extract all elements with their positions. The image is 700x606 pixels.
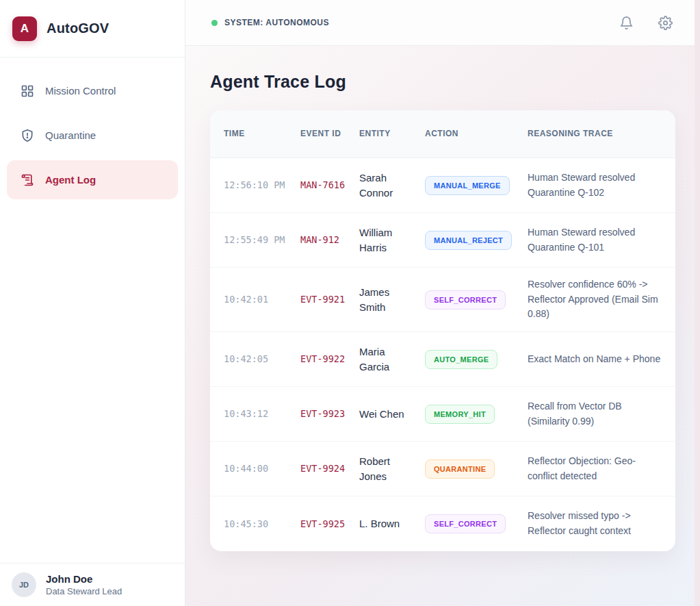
user-profile[interactable]: JD John Doe Data Steward Lead bbox=[0, 563, 185, 606]
cell-entity: Maria Garcia bbox=[359, 344, 411, 375]
user-name: John Doe bbox=[46, 573, 122, 586]
cell-action: SELF_CORRECT bbox=[425, 514, 514, 533]
cell-event-id: EVT-9923 bbox=[300, 407, 346, 421]
table-row[interactable]: 12:56:10 PM MAN-7616 Sarah Connor MANUAL… bbox=[210, 158, 675, 213]
action-badge: MANUAL_MERGE bbox=[425, 176, 510, 195]
sidebar-item-label: Mission Control bbox=[45, 85, 116, 97]
sidebar-nav: Mission Control Quarantine Agent Log bbox=[0, 58, 185, 199]
content: Agent Trace Log TIMEEVENT IDENTITYACTION… bbox=[185, 46, 700, 606]
sidebar-item-label: Quarantine bbox=[45, 129, 96, 141]
scrollbar[interactable] bbox=[695, 0, 700, 606]
cell-time: 12:55:49 PM bbox=[224, 233, 287, 247]
cell-entity: Sarah Connor bbox=[359, 171, 411, 201]
action-badge: SELF_CORRECT bbox=[425, 290, 506, 310]
action-badge: MEMORY_HIT bbox=[425, 405, 495, 424]
sidebar-item-agent-log[interactable]: Agent Log bbox=[7, 160, 178, 199]
table-header-row: TIMEEVENT IDENTITYACTIONREASONING TRACE bbox=[210, 110, 675, 158]
brand: A AutoGOV bbox=[0, 0, 185, 58]
cell-entity: James Smith bbox=[359, 285, 411, 315]
cell-reasoning-trace: Human Steward resolved Quarantine Q-101 bbox=[528, 225, 662, 255]
gear-icon[interactable] bbox=[658, 16, 673, 30]
cell-time: 10:42:05 bbox=[224, 352, 287, 366]
cell-event-id: EVT-9921 bbox=[300, 292, 346, 307]
cell-reasoning-trace: Resolver confidence 60% -> Reflector App… bbox=[528, 277, 662, 322]
topbar: SYSTEM: AUTONOMOUS bbox=[185, 0, 700, 46]
user-role: Data Steward Lead bbox=[46, 586, 122, 596]
grid-icon bbox=[21, 84, 34, 98]
sidebar-spacer bbox=[0, 199, 185, 563]
status-dot-icon bbox=[211, 20, 218, 26]
sidebar-item-mission-control[interactable]: Mission Control bbox=[7, 71, 178, 110]
cell-entity: L. Brown bbox=[359, 516, 411, 531]
bell-icon[interactable] bbox=[619, 16, 634, 30]
action-badge: MANUAL_REJECT bbox=[425, 231, 512, 250]
shield-alert-icon bbox=[21, 129, 34, 142]
cell-action: MANUAL_REJECT bbox=[425, 231, 514, 250]
sidebar-item-label: Agent Log bbox=[45, 174, 96, 186]
sidebar: A AutoGOV Mission Control Quarantine bbox=[0, 0, 185, 606]
cell-action: MEMORY_HIT bbox=[425, 405, 514, 424]
trace-log-table: TIMEEVENT IDENTITYACTIONREASONING TRACE … bbox=[210, 110, 675, 551]
cell-event-id: EVT-9924 bbox=[300, 462, 346, 476]
cell-action: MANUAL_MERGE bbox=[425, 176, 514, 195]
cell-time: 10:44:00 bbox=[224, 462, 287, 476]
action-badge: QUARANTINE bbox=[425, 459, 495, 479]
cell-reasoning-trace: Exact Match on Name + Phone bbox=[528, 352, 662, 367]
cell-entity: Robert Jones bbox=[359, 454, 411, 484]
scroll-icon bbox=[21, 173, 34, 187]
table-row[interactable]: 10:45:30 EVT-9925 L. Brown SELF_CORRECT … bbox=[210, 496, 675, 551]
column-header: ENTITY bbox=[359, 128, 411, 140]
cell-action: AUTO_MERGE bbox=[425, 350, 514, 369]
cell-event-id: EVT-9922 bbox=[300, 352, 346, 366]
table-row[interactable]: 10:42:01 EVT-9921 James Smith SELF_CORRE… bbox=[210, 268, 675, 332]
cell-entity: William Harris bbox=[359, 225, 411, 255]
table-body: 12:56:10 PM MAN-7616 Sarah Connor MANUAL… bbox=[210, 158, 675, 551]
cell-action: SELF_CORRECT bbox=[425, 290, 514, 310]
system-status: SYSTEM: AUTONOMOUS bbox=[211, 18, 329, 27]
sidebar-item-quarantine[interactable]: Quarantine bbox=[7, 116, 178, 155]
cell-event-id: MAN-912 bbox=[300, 233, 346, 247]
main-area: SYSTEM: AUTONOMOUS Agent Trace Log TIMEE… bbox=[185, 0, 700, 606]
cell-action: QUARANTINE bbox=[425, 459, 514, 479]
table-row[interactable]: 10:43:12 EVT-9923 Wei Chen MEMORY_HIT Re… bbox=[210, 387, 675, 442]
action-badge: SELF_CORRECT bbox=[425, 514, 506, 533]
brand-name: AutoGOV bbox=[47, 21, 109, 36]
page-title: Agent Trace Log bbox=[210, 72, 675, 92]
avatar: JD bbox=[12, 572, 36, 597]
brand-logo: A bbox=[12, 16, 37, 41]
cell-reasoning-trace: Resolver missed typo -> Reflector caught… bbox=[528, 509, 662, 538]
cell-time: 12:56:10 PM bbox=[224, 178, 287, 192]
cell-reasoning-trace: Human Steward resolved Quarantine Q-102 bbox=[528, 171, 662, 200]
cell-time: 10:45:30 bbox=[224, 517, 287, 531]
table-row[interactable]: 12:55:49 PM MAN-912 William Harris MANUA… bbox=[210, 213, 675, 268]
status-label: SYSTEM: AUTONOMOUS bbox=[224, 18, 329, 27]
action-badge: AUTO_MERGE bbox=[425, 350, 497, 369]
cell-time: 10:43:12 bbox=[224, 407, 287, 421]
cell-reasoning-trace: Recall from Vector DB (Similarity 0.99) bbox=[528, 399, 662, 429]
column-header: ACTION bbox=[425, 128, 514, 140]
cell-event-id: MAN-7616 bbox=[300, 178, 346, 192]
table-row[interactable]: 10:44:00 EVT-9924 Robert Jones QUARANTIN… bbox=[210, 442, 675, 496]
cell-entity: Wei Chen bbox=[359, 407, 411, 422]
cell-event-id: EVT-9925 bbox=[300, 517, 346, 531]
column-header: REASONING TRACE bbox=[528, 128, 662, 140]
cell-time: 10:42:01 bbox=[224, 292, 287, 307]
column-header: EVENT ID bbox=[300, 128, 346, 140]
cell-reasoning-trace: Reflector Objection: Geo-conflict detect… bbox=[528, 454, 662, 483]
table-row[interactable]: 10:42:05 EVT-9922 Maria Garcia AUTO_MERG… bbox=[210, 332, 675, 387]
column-header: TIME bbox=[224, 128, 287, 140]
